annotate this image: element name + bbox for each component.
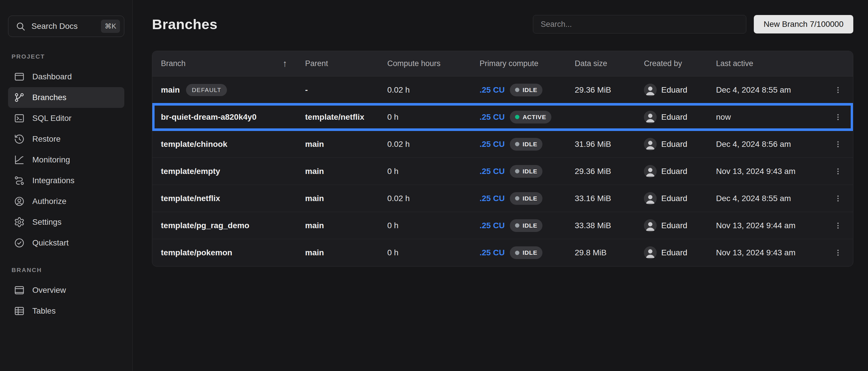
branch-name: template/netflix — [161, 194, 220, 203]
sidebar-item-monitoring[interactable]: Monitoring — [8, 149, 124, 170]
settings-icon — [14, 217, 25, 227]
column-header-branch[interactable]: Branch ↑ — [161, 58, 305, 69]
compute-hours-cell: 0.02 h — [387, 85, 479, 95]
primary-compute-cell: .25 CU IDLE — [479, 192, 575, 205]
compute-hours-cell: 0 h — [387, 113, 479, 122]
table-row-template-netflix[interactable]: template/netflix main 0.02 h .25 CU IDLE… — [152, 185, 853, 212]
topbar-actions: New Branch 7/100000 — [533, 15, 853, 33]
sidebar-item-restore[interactable]: Restore — [8, 129, 124, 149]
data-size-cell: 33.16 MiB — [575, 194, 644, 203]
table-row-br-quiet-dream-a820k4y0[interactable]: br-quiet-dream-a820k4y0 template/netflix… — [152, 103, 853, 131]
compute-size-link[interactable]: .25 CU — [479, 221, 505, 230]
sidebar-item-dashboard[interactable]: Dashboard — [8, 66, 124, 87]
row-menu-cell — [832, 136, 844, 152]
sidebar-item-sql-editor[interactable]: SQL Editor — [8, 108, 124, 129]
primary-compute-cell: .25 CU IDLE — [479, 84, 575, 96]
branch-name: br-quiet-dream-a820k4y0 — [161, 113, 256, 122]
branch-name: main — [161, 85, 180, 95]
row-menu-button[interactable] — [832, 82, 844, 98]
sidebar-item-overview[interactable]: Overview — [8, 280, 124, 301]
created-by-name: Eduard — [661, 221, 687, 230]
column-header-last-active[interactable]: Last active — [716, 59, 818, 68]
main-content: Branches New Branch 7/100000 Branch ↑ Pa… — [133, 0, 868, 371]
branch-cell: template/chinook — [161, 140, 305, 149]
row-menu-button[interactable] — [832, 218, 844, 234]
parent-cell: main — [305, 140, 387, 149]
primary-compute-cell: .25 CU IDLE — [479, 219, 575, 232]
data-size-cell: 29.8 MiB — [575, 248, 644, 257]
sidebar-item-quickstart[interactable]: Quickstart — [8, 233, 124, 253]
sidebar-item-settings[interactable]: Settings — [8, 212, 124, 233]
table-row-template-pokemon[interactable]: template/pokemon main 0 h .25 CU IDLE 29… — [152, 239, 853, 266]
table-row-template-chinook[interactable]: template/chinook main 0.02 h .25 CU IDLE… — [152, 131, 853, 158]
status-badge: ACTIVE — [510, 111, 551, 123]
status-dot-icon — [515, 169, 519, 174]
compute-size-link[interactable]: .25 CU — [479, 85, 505, 95]
dashboard-icon — [14, 71, 25, 82]
data-size-cell: 31.96 MiB — [575, 140, 644, 149]
table-header-row: Branch ↑ Parent Compute hours Primary co… — [152, 51, 853, 76]
sidebar-item-tables[interactable]: Tables — [8, 301, 124, 321]
column-header-created-by[interactable]: Created by — [644, 59, 716, 68]
sidebar-item-label: Overview — [32, 286, 66, 295]
row-menu-button[interactable] — [832, 136, 844, 152]
avatar — [644, 111, 657, 123]
created-by-name: Eduard — [661, 194, 687, 203]
page-title: Branches — [152, 16, 217, 32]
sidebar-nav: PROJECT Dashboard Branches SQL Editor Re… — [8, 53, 124, 321]
sidebar-item-label: Authorize — [32, 197, 66, 206]
compute-hours-cell: 0.02 h — [387, 140, 479, 149]
primary-compute-cell: .25 CU IDLE — [479, 138, 575, 151]
new-branch-button[interactable]: New Branch 7/100000 — [754, 15, 853, 33]
column-header-data-size[interactable]: Data size — [575, 59, 644, 68]
sidebar-item-branches[interactable]: Branches — [8, 87, 124, 108]
row-menu-button[interactable] — [832, 245, 844, 260]
last-active-cell: now — [716, 113, 818, 122]
compute-size-link[interactable]: .25 CU — [479, 140, 505, 149]
last-active-cell: Nov 13, 2024 9:43 am — [716, 248, 818, 257]
table-row-main[interactable]: main DEFAULT - 0.02 h .25 CU IDLE 29.36 … — [152, 76, 853, 103]
status-dot-icon — [515, 223, 519, 227]
status-dot-icon — [515, 142, 519, 146]
table-row-template-pg-rag-demo[interactable]: template/pg_rag_demo main 0 h .25 CU IDL… — [152, 212, 853, 239]
compute-size-link[interactable]: .25 CU — [479, 248, 505, 257]
sidebar-item-authorize[interactable]: Authorize — [8, 191, 124, 212]
created-by-name: Eduard — [661, 85, 687, 95]
branch-name: template/pokemon — [161, 248, 232, 257]
table-row-template-empty[interactable]: template/empty main 0 h .25 CU IDLE 29.3… — [152, 158, 853, 185]
sidebar-item-label: Integrations — [32, 176, 74, 185]
quickstart-icon — [14, 238, 25, 248]
row-menu-button[interactable] — [832, 191, 844, 206]
compute-size-link[interactable]: .25 CU — [479, 167, 505, 176]
created-by-cell: Eduard — [644, 111, 716, 123]
status-badge: IDLE — [510, 84, 542, 96]
row-menu-button[interactable] — [832, 109, 844, 125]
compute-size-link[interactable]: .25 CU — [479, 194, 505, 203]
search-docs-label: Search Docs — [31, 22, 78, 31]
column-header-label: Data size — [575, 59, 607, 68]
sidebar-item-integrations[interactable]: Integrations — [8, 170, 124, 191]
column-header-primary-compute[interactable]: Primary compute — [479, 59, 575, 68]
data-size-cell: 29.36 MiB — [575, 85, 644, 95]
compute-hours-cell: 0.02 h — [387, 194, 479, 203]
column-header-compute-hours[interactable]: Compute hours — [387, 59, 479, 68]
section-label-branch: BRANCH — [11, 267, 124, 274]
column-header-parent[interactable]: Parent — [305, 59, 387, 68]
column-header-label: Parent — [305, 59, 328, 68]
compute-size-link[interactable]: .25 CU — [479, 113, 505, 122]
sidebar-item-label: Quickstart — [32, 238, 69, 248]
section-label-project: PROJECT — [11, 53, 124, 60]
overview-icon — [14, 285, 25, 296]
branch-cell: template/pg_rag_demo — [161, 221, 305, 230]
created-by-name: Eduard — [661, 248, 687, 257]
search-input[interactable] — [533, 15, 746, 33]
column-header-label: Compute hours — [387, 59, 441, 68]
table-body: main DEFAULT - 0.02 h .25 CU IDLE 29.36 … — [152, 76, 853, 266]
data-size-cell: 33.38 MiB — [575, 221, 644, 230]
column-header-label: Branch — [161, 59, 186, 68]
status-badge: IDLE — [510, 219, 542, 232]
row-menu-button[interactable] — [832, 163, 844, 179]
monitoring-icon — [14, 154, 25, 165]
branch-name: template/empty — [161, 167, 220, 176]
search-docs-button[interactable]: Search Docs ⌘K — [8, 16, 124, 37]
